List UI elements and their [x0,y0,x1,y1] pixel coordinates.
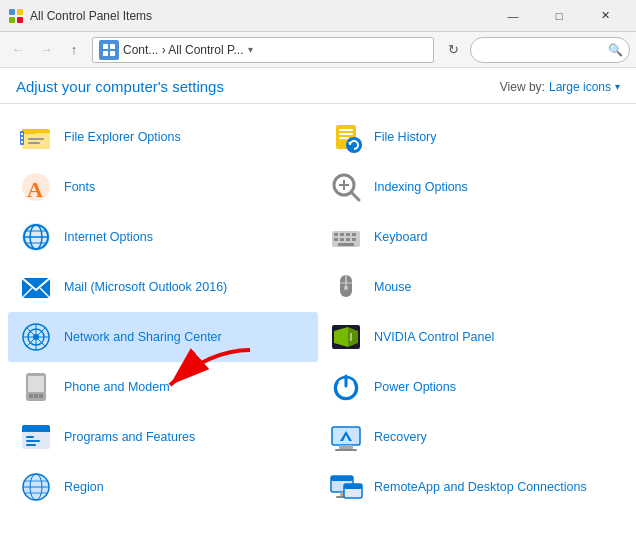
indexing-options-label: Indexing Options [374,179,468,195]
item-region[interactable]: Region [8,462,318,512]
item-file-history[interactable]: File History [318,112,628,162]
forward-button[interactable]: → [34,38,58,62]
back-button[interactable]: ← [6,38,30,62]
fonts-icon: A [18,169,54,205]
item-indexing-options[interactable]: Indexing Options [318,162,628,212]
maximize-button[interactable]: □ [536,0,582,32]
item-programs-features[interactable]: Programs and Features [8,412,318,462]
mail-label: Mail (Microsoft Outlook 2016) [64,279,227,295]
recovery-label: Recovery [374,429,427,445]
item-internet-options[interactable]: Internet Options [8,212,318,262]
item-phone-modem[interactable]: Phone and Modem [8,362,318,412]
view-by-label: View by: [500,80,545,94]
svg-rect-6 [103,51,108,56]
internet-options-label: Internet Options [64,229,153,245]
svg-point-21 [346,137,362,153]
svg-rect-7 [110,51,115,56]
svg-rect-2 [9,17,15,23]
item-keyboard[interactable]: Keyboard [318,212,628,262]
page-subtitle: Adjust your computer's settings [16,78,224,95]
svg-rect-64 [28,376,44,392]
view-by-control: View by: Large icons ▾ [500,80,620,94]
address-chevron[interactable]: ▾ [248,44,253,55]
fonts-label: Fonts [64,179,95,195]
svg-rect-73 [26,436,34,438]
item-network-sharing[interactable]: Network and Sharing Center [8,312,318,362]
programs-features-icon [18,419,54,455]
window-title: All Control Panel Items [30,9,490,23]
svg-rect-10 [22,129,36,134]
refresh-button[interactable]: ↻ [440,37,466,63]
file-history-icon [328,119,364,155]
svg-rect-75 [26,444,36,446]
svg-rect-66 [34,394,38,398]
recovery-icon [328,419,364,455]
svg-rect-38 [346,233,350,236]
minimize-button[interactable]: — [490,0,536,32]
svg-rect-16 [21,141,23,143]
item-recovery[interactable]: Recovery [318,412,628,462]
svg-rect-0 [9,9,15,15]
svg-text:A: A [27,177,43,202]
title-bar: All Control Panel Items — □ ✕ [0,0,636,32]
item-nvidia[interactable]: NVIDIA Control Panel [318,312,628,362]
mouse-label: Mouse [374,279,412,295]
search-box[interactable]: 🔍 [470,37,630,63]
svg-rect-1 [17,9,23,15]
svg-rect-74 [26,440,40,442]
svg-rect-12 [28,142,40,144]
svg-point-51 [344,286,348,290]
svg-rect-3 [17,17,23,23]
svg-rect-78 [335,449,357,451]
svg-rect-15 [21,137,23,139]
keyboard-icon [328,219,364,255]
programs-features-label: Programs and Features [64,429,195,445]
svg-rect-5 [110,44,115,49]
phone-modem-icon [18,369,54,405]
view-by-arrow-icon[interactable]: ▾ [615,81,620,92]
main-content: Adjust your computer's settings View by:… [0,68,636,542]
file-history-label: File History [374,129,437,145]
address-icon [99,40,119,60]
network-sharing-icon [18,319,54,355]
svg-rect-62 [350,333,352,341]
item-mail[interactable]: Mail (Microsoft Outlook 2016) [8,262,318,312]
address-field[interactable]: Cont... › All Control P... ▾ [92,37,434,63]
svg-rect-4 [103,44,108,49]
svg-rect-77 [339,445,353,449]
region-label: Region [64,479,104,495]
svg-rect-40 [334,238,338,241]
svg-rect-67 [39,394,43,398]
svg-rect-85 [331,476,353,481]
phone-modem-label: Phone and Modem [64,379,170,395]
content-header: Adjust your computer's settings View by:… [0,68,636,104]
close-button[interactable]: ✕ [582,0,628,32]
power-options-icon [328,369,364,405]
nvidia-label: NVIDIA Control Panel [374,329,494,345]
svg-rect-43 [352,238,356,241]
item-remoteapp[interactable]: RemoteApp and Desktop Connections [318,462,628,512]
svg-rect-41 [340,238,344,241]
svg-rect-89 [344,484,362,489]
file-explorer-options-label: File Explorer Options [64,129,181,145]
power-options-label: Power Options [374,379,456,395]
svg-line-26 [351,192,359,200]
svg-rect-36 [334,233,338,236]
item-power-options[interactable]: Power Options [318,362,628,412]
network-sharing-label: Network and Sharing Center [64,329,222,345]
search-input[interactable] [477,43,608,57]
remoteapp-label: RemoteApp and Desktop Connections [374,479,587,495]
svg-rect-19 [339,133,353,135]
item-file-explorer-options[interactable]: File Explorer Options [8,112,318,162]
item-mouse[interactable]: Mouse [318,262,628,312]
svg-rect-20 [339,137,349,139]
svg-rect-65 [29,394,33,398]
items-area: File Explorer Options File History A Fon… [0,104,636,542]
nvidia-icon [328,319,364,355]
item-fonts[interactable]: A Fonts [8,162,318,212]
view-by-value[interactable]: Large icons [549,80,611,94]
keyboard-label: Keyboard [374,229,428,245]
svg-rect-14 [21,133,23,135]
up-button[interactable]: ↑ [62,38,86,62]
search-icon: 🔍 [608,43,623,57]
